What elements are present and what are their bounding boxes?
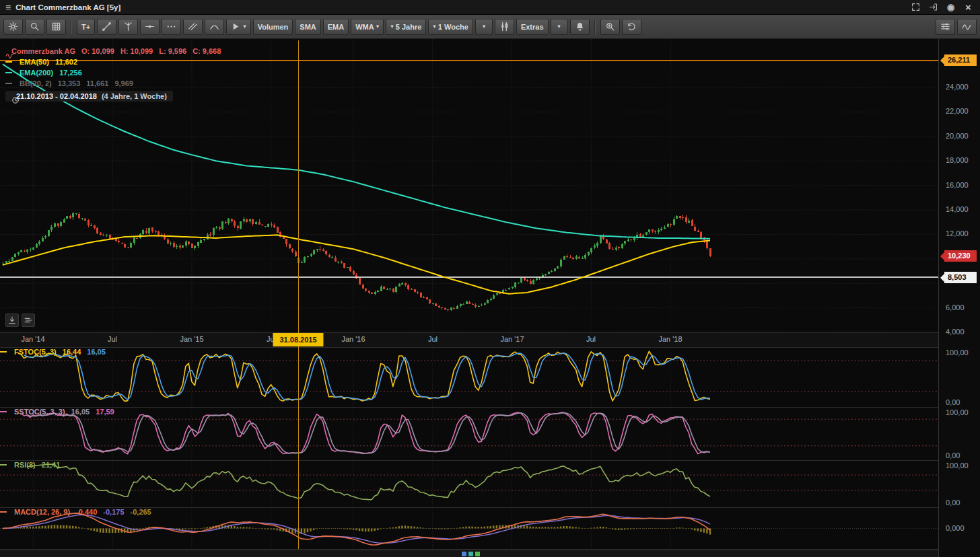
search-button[interactable] — [25, 19, 44, 35]
fstoc-plot — [0, 348, 938, 407]
upper-line-price-flag: 26,211 — [944, 54, 977, 66]
record-icon[interactable]: ◉ — [944, 2, 957, 13]
wma-button[interactable]: WMA▾ — [351, 19, 384, 35]
indicator-settings-button[interactable] — [936, 19, 955, 35]
ema50-legend-row: EMA(50)11,602 — [5, 57, 221, 67]
line-chart-toggle-button[interactable] — [957, 19, 977, 35]
undo-button[interactable] — [622, 19, 641, 35]
extras-label: Extras — [521, 23, 544, 31]
ema50-value: 11,602 — [55, 58, 77, 66]
rsi-plot — [0, 461, 938, 507]
dotted-line-tool-button[interactable] — [162, 19, 181, 35]
pitchfork-tool-button[interactable] — [118, 19, 138, 35]
macd-dash-icon — [0, 511, 7, 513]
pointer-tool-button[interactable]: ▾ — [226, 19, 251, 35]
macd-legend-value: MACD(12, 26, 9) — [14, 508, 70, 516]
price-tick-label: 14,000 — [946, 205, 969, 213]
sstoc-axis-top-label: 100,00 — [946, 408, 969, 416]
price-axis[interactable]: 100,000,00100,000,00100,000,000,00024,00… — [938, 39, 980, 557]
time-axis[interactable]: Jan '14JulJan '15JulJan '16JulJan '17Jul… — [0, 332, 938, 347]
price-tick-label: 16,000 — [946, 181, 969, 189]
parallel-lines-tool-button[interactable] — [183, 19, 203, 35]
sstoc-legend-value: SSTOC(5, 3, 3) — [14, 408, 65, 416]
dots-icon — [166, 22, 176, 32]
layers-icon — [24, 315, 33, 325]
expand-icon — [911, 3, 920, 11]
text-tool-button[interactable]: T+ — [77, 19, 95, 35]
time-tick-label: Jan '14 — [21, 335, 44, 343]
ema-label: EMA — [328, 23, 344, 31]
instrument-legend-row: Commerzbank AGO: 10,099H: 10,099L: 9,596… — [5, 46, 221, 57]
sstoc-dash-icon — [0, 411, 7, 412]
time-tick-label: Jul — [586, 335, 596, 343]
time-tick-label: Jan '17 — [500, 335, 524, 343]
time-tick-label: Jan '16 — [341, 335, 365, 343]
ema200-legend-row: EMA(200)17,256 — [5, 67, 221, 78]
toolbar-right-group — [936, 19, 977, 35]
ema200-label: EMA(200) — [20, 69, 53, 77]
candles-icon — [499, 22, 510, 32]
detach-window-icon[interactable] — [927, 2, 940, 13]
chevron-down-icon: ▾ — [390, 24, 394, 30]
price-tick-label: 24,000 — [946, 83, 969, 91]
settings-button[interactable] — [3, 19, 23, 35]
zoom-mode-button[interactable] — [600, 19, 620, 35]
date-range-badge: 21.10.2013 - 02.04.2018(4 Jahre, 1 Woche… — [5, 91, 173, 102]
macd-histogram — [2, 525, 711, 535]
trendline-icon — [102, 22, 112, 32]
macd-legend-value: -0,175 — [103, 508, 124, 516]
trendline-tool-button[interactable] — [97, 19, 116, 35]
extras-more-button[interactable]: ▾ — [551, 19, 568, 35]
scroll-handle-segment[interactable] — [475, 552, 480, 556]
fstoc-legend: FSTOC(5, 3)16,4416,05 — [0, 348, 106, 356]
crosshair-date-label: 31.08.2015 — [273, 333, 323, 346]
download-button[interactable] — [5, 313, 19, 327]
close-icon[interactable]: × — [962, 2, 975, 13]
arc-icon — [209, 22, 219, 32]
menu-icon[interactable]: ≡ — [5, 3, 11, 12]
maximize-icon[interactable] — [909, 2, 922, 13]
volumen-button[interactable]: Volumen — [253, 19, 293, 35]
grid-icon — [51, 22, 61, 32]
price-tick-label: 18,000 — [946, 156, 969, 164]
price-tick-label: 22,000 — [946, 107, 969, 115]
exportw-icon — [929, 3, 938, 11]
bb-legend-row: BB(20, 2)13,35311,6619,969 — [5, 78, 221, 89]
chart-type-button[interactable] — [495, 19, 514, 35]
panel-macd[interactable]: MACD(12, 26, 9)-0,440-0,175-0,265 — [0, 508, 938, 549]
arc-tool-button[interactable] — [205, 19, 224, 35]
arrow-icon — [231, 22, 241, 32]
alarm-button[interactable] — [570, 19, 590, 35]
squiggle-icon — [5, 51, 14, 60]
instrument-name: Commerzbank AG — [11, 47, 75, 55]
layout-grid-button[interactable] — [46, 19, 66, 35]
sma-button[interactable]: SMA — [295, 19, 320, 35]
rsi-dash-icon — [0, 464, 7, 466]
chart-area: Commerzbank AGO: 10,099H: 10,099L: 9,596… — [0, 39, 980, 557]
gear-icon — [8, 22, 18, 32]
bb-value: 13,353 — [58, 79, 81, 87]
panel-rsi[interactable]: RSI(8)21,41 — [0, 461, 938, 507]
rsi-axis-bottom-label: 0,00 — [946, 498, 960, 507]
interval-more-button[interactable]: ▾ — [475, 19, 493, 35]
scroll-handle-segment[interactable] — [468, 552, 473, 556]
rsi-legend: RSI(8)21,41 — [0, 461, 60, 469]
sliders-icon — [940, 22, 950, 32]
interval-button[interactable]: ▾1 Woche — [428, 19, 473, 35]
panel-separator — [0, 332, 980, 333]
extras-button[interactable]: Extras — [516, 19, 549, 35]
horizontal-line-tool-button[interactable] — [140, 19, 160, 35]
panel-sstoc[interactable]: SSTOC(5, 3, 3)16,0517,59 — [0, 408, 938, 460]
time-tick-label: Jul — [108, 335, 117, 343]
layers-button[interactable] — [22, 313, 35, 327]
scroll-handle-segment[interactable] — [462, 552, 466, 556]
panel-fstoc[interactable]: FSTOC(5, 3)16,4416,05 — [0, 348, 938, 407]
rsi-legend-value: RSI(8) — [14, 461, 36, 469]
timeframe-button[interactable]: ▾5 Jahre — [386, 19, 426, 35]
zoom-icon — [605, 22, 615, 32]
ema-button[interactable]: EMA — [323, 19, 349, 35]
volumen-label: Volumen — [258, 23, 289, 31]
chevron-down-icon: ▾ — [376, 24, 380, 30]
rsi-axis-top-label: 100,00 — [946, 461, 969, 470]
price-tick-label: 4,000 — [946, 328, 965, 336]
